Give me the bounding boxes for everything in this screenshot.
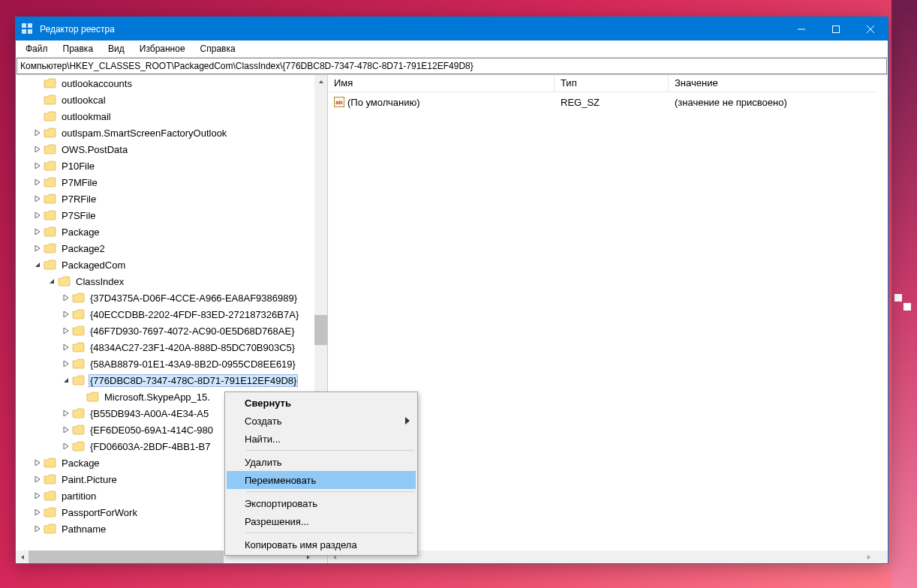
column-name[interactable]: Имя (328, 75, 555, 92)
tree-node-label: PassportForWork (60, 506, 139, 519)
chevron-down-icon[interactable] (32, 260, 43, 270)
chevron-right-icon[interactable] (32, 243, 43, 254)
chevron-right-icon[interactable] (61, 358, 71, 369)
chevron-right-icon[interactable] (32, 490, 43, 501)
tree-node-label: outlookaccounts (60, 77, 134, 90)
tree-node[interactable]: {46F7D930-7697-4072-AC90-0E5D68D768AE} (16, 322, 314, 339)
ctx-export[interactable]: Экспортировать (227, 494, 416, 512)
tree-node[interactable]: P7MFile (16, 174, 314, 190)
tree-node[interactable]: outlookcal (16, 92, 314, 108)
folder-icon (44, 458, 56, 468)
maximize-button[interactable] (819, 17, 853, 40)
chevron-right-icon[interactable] (61, 408, 71, 418)
chevron-right-icon[interactable] (32, 458, 43, 468)
tree-node-label: outlookcal (60, 94, 107, 106)
tree-node-label: {4834AC27-23F1-420A-888D-85DC70B903C5} (89, 341, 296, 354)
tree-node[interactable]: {58AB8879-01E1-43A9-8B2D-0955CD8EE619} (16, 356, 314, 372)
chevron-right-icon[interactable] (32, 210, 43, 220)
chevron-right-icon[interactable] (32, 128, 43, 138)
ctx-find[interactable]: Найти... (227, 430, 416, 448)
chevron-down-icon[interactable] (47, 276, 57, 286)
titlebar[interactable]: Редактор реестра (16, 17, 888, 40)
list-header[interactable]: Имя Тип Значение (328, 75, 875, 92)
tree-node[interactable]: outlookmail (16, 108, 314, 124)
tree-node[interactable]: P7RFile (16, 190, 314, 207)
chevron-right-icon[interactable] (61, 292, 71, 303)
separator (246, 450, 414, 451)
cell-value: (значение не присвоено) (669, 97, 875, 108)
chevron-right-icon[interactable] (61, 441, 71, 452)
folder-icon (44, 260, 56, 270)
content-area: outlookaccountsoutlookcaloutlookmailoutl… (16, 74, 888, 563)
chevron-right-icon[interactable] (32, 144, 43, 154)
column-type[interactable]: Тип (555, 75, 669, 92)
tree-node-label: P7MFile (60, 176, 99, 189)
menu-help[interactable]: Справка (194, 42, 242, 56)
menu-file[interactable]: Файл (19, 42, 55, 56)
tree-node[interactable]: outlspam.SmartScreenFactoryOutlook (16, 124, 314, 141)
tree-node-label: Package (60, 226, 101, 238)
chevron-right-icon[interactable] (32, 507, 43, 518)
tree-node-label: PackagedCom (60, 259, 127, 272)
tree-node[interactable]: PackagedCom (16, 256, 314, 273)
ctx-collapse[interactable]: Свернуть (227, 394, 416, 412)
scroll-thumb[interactable] (314, 315, 327, 345)
app-icon (22, 23, 34, 35)
folder-icon (44, 474, 56, 484)
ctx-copy-key-name[interactable]: Копировать имя раздела (227, 536, 416, 554)
tree-node[interactable]: outlookaccounts (16, 75, 314, 92)
tree-node[interactable]: Package2 (16, 240, 314, 256)
scroll-right-button[interactable] (862, 550, 875, 563)
chevron-right-icon[interactable] (61, 326, 71, 336)
chevron-down-icon[interactable] (61, 375, 71, 386)
ctx-permissions[interactable]: Разрешения... (227, 512, 416, 530)
scroll-up-button[interactable] (314, 75, 327, 88)
scroll-left-button[interactable] (16, 550, 29, 563)
list-row[interactable]: ab (По умолчанию) REG_SZ (значение не пр… (328, 94, 875, 110)
menu-favorites[interactable]: Избранное (133, 42, 192, 56)
expander-spacer (75, 392, 86, 402)
tree-node[interactable]: {4834AC27-23F1-420A-888D-85DC70B903C5} (16, 339, 314, 356)
tree-node[interactable]: P7SFile (16, 207, 314, 224)
menu-view[interactable]: Вид (101, 42, 131, 56)
tree-node-label: {46F7D930-7697-4072-AC90-0E5D68D768AE} (89, 325, 296, 338)
tree-node-label: Paint.Picture (60, 473, 119, 486)
chevron-right-icon[interactable] (32, 194, 43, 204)
folder-icon (72, 326, 85, 336)
folder-icon (44, 78, 56, 88)
ctx-delete[interactable]: Удалить (227, 453, 416, 471)
minimize-button[interactable] (784, 17, 819, 40)
tree-node[interactable]: {776DBC8D-7347-478C-8D71-791E12EF49D8} (16, 372, 314, 388)
tree-node[interactable]: ClassIndex (16, 273, 314, 290)
ctx-rename[interactable]: Переименовать (227, 471, 416, 489)
menu-edit[interactable]: Правка (56, 42, 101, 56)
cell-name: ab (По умолчанию) (328, 97, 555, 108)
address-bar[interactable]: Компьютер\HKEY_CLASSES_ROOT\PackagedCom\… (17, 58, 887, 74)
scroll-thumb[interactable] (29, 550, 224, 563)
svg-rect-1 (833, 26, 840, 32)
folder-icon (44, 144, 56, 154)
separator (246, 532, 414, 533)
tree-node[interactable]: P10File (16, 158, 314, 174)
address-text: Компьютер\HKEY_CLASSES_ROOT\PackagedCom\… (20, 61, 474, 71)
chevron-right-icon[interactable] (32, 160, 43, 171)
chevron-right-icon[interactable] (32, 524, 43, 534)
tree-node-label: Pathname (60, 523, 107, 536)
chevron-right-icon[interactable] (61, 424, 71, 435)
column-value[interactable]: Значение (669, 75, 875, 92)
folder-icon (72, 292, 85, 303)
folder-icon (44, 226, 56, 237)
folder-icon (44, 111, 56, 122)
close-button[interactable] (853, 17, 888, 40)
ctx-new[interactable]: Создать (227, 412, 416, 430)
chevron-right-icon[interactable] (61, 342, 71, 352)
chevron-right-icon[interactable] (61, 309, 71, 320)
tree-node[interactable]: Package (16, 224, 314, 240)
folder-icon (86, 392, 99, 402)
tree-node[interactable]: {37D4375A-D06F-4CCE-A966-EA8AF9386989} (16, 290, 314, 306)
chevron-right-icon[interactable] (32, 177, 43, 188)
chevron-right-icon[interactable] (32, 474, 43, 484)
chevron-right-icon[interactable] (32, 226, 43, 237)
tree-node[interactable]: OWS.PostData (16, 141, 314, 158)
tree-node[interactable]: {40ECCDBB-2202-4FDF-83ED-272187326B7A} (16, 306, 314, 322)
